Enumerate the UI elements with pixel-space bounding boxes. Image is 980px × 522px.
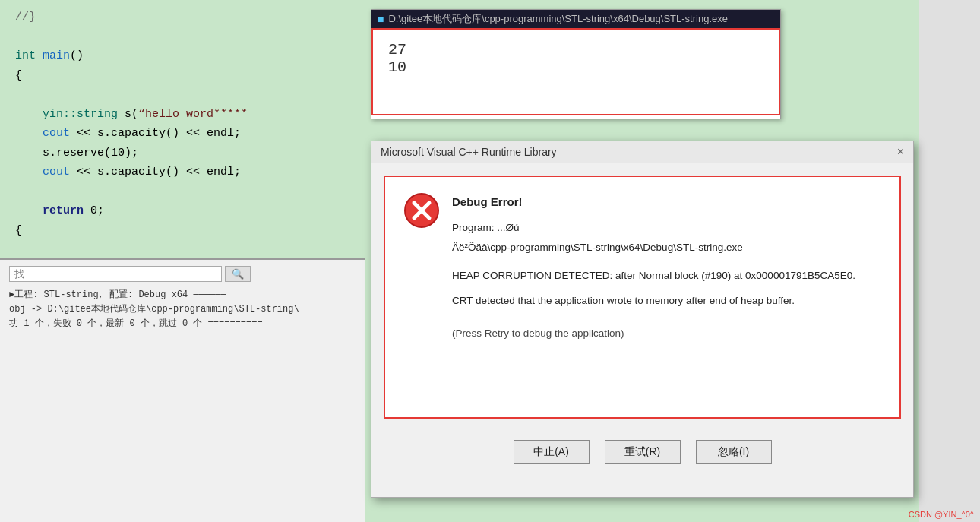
abort-button[interactable]: 中止(A) bbox=[514, 440, 590, 464]
console-output-2: 10 bbox=[388, 59, 763, 76]
dialog-body: Debug Error! Program: ...Øú Äë²Õäà\cpp-p… bbox=[384, 176, 901, 419]
code-line bbox=[15, 85, 349, 105]
error-title: Debug Error! bbox=[452, 192, 855, 212]
code-line: yin::string s(“hello word***** bbox=[15, 105, 349, 125]
search-bar: 🔍 bbox=[9, 266, 356, 282]
code-line bbox=[15, 182, 349, 202]
dialog-buttons: 中止(A) 重试(R) 忽略(I) bbox=[371, 431, 913, 479]
code-line: cout << s.capacity() << endl; bbox=[15, 163, 349, 182]
code-fn: cout bbox=[43, 166, 70, 179]
search-button[interactable]: 🔍 bbox=[225, 266, 251, 282]
output-line-2: obj -> D:\gitee本地代码仓库\cpp-programming\ST… bbox=[9, 302, 356, 317]
code-kw: return bbox=[43, 204, 84, 217]
error-program: Program: ...Øú bbox=[452, 220, 855, 237]
dialog-title: Microsoft Visual C++ Runtime Library bbox=[381, 146, 557, 158]
code-line: //} bbox=[15, 8, 349, 27]
code-line bbox=[15, 27, 349, 47]
code-line: s.reserve(10); bbox=[15, 144, 349, 163]
code-line: { bbox=[15, 66, 349, 86]
console-window: ■ D:\gitee本地代码仓库\cpp-programming\STL-str… bbox=[371, 9, 781, 119]
error-detail: CRT detected that the application wrote … bbox=[452, 293, 855, 310]
code-line: return 0; bbox=[15, 201, 349, 221]
error-content: Debug Error! Program: ...Øú Äë²Õäà\cpp-p… bbox=[452, 192, 855, 343]
dialog-close-button[interactable]: × bbox=[897, 146, 904, 158]
code-keyword: int bbox=[15, 49, 36, 62]
retry-button[interactable]: 重试(R) bbox=[605, 440, 681, 464]
error-main: HEAP CORRUPTION DETECTED: after Normal b… bbox=[452, 267, 855, 285]
console-title: D:\gitee本地代码仓库\cpp-programming\STL-strin… bbox=[388, 12, 728, 26]
code-type: string bbox=[77, 108, 118, 121]
ignore-button[interactable]: 忽略(I) bbox=[696, 440, 772, 464]
bottom-panel: 🔍 ►工程: STL-string, 配置: Debug x64 —————— … bbox=[0, 258, 365, 522]
search-input[interactable] bbox=[9, 266, 222, 282]
dialog-titlebar: Microsoft Visual C++ Runtime Library × bbox=[371, 141, 913, 163]
code-line: cout << s.capacity() << endl; bbox=[15, 124, 349, 144]
watermark: CSDN @YIN_^0^ bbox=[909, 510, 974, 519]
error-press: (Press Retry to debug the application) bbox=[452, 325, 855, 343]
output-text: ►工程: STL-string, 配置: Debug x64 —————— ob… bbox=[9, 288, 356, 332]
right-background bbox=[919, 0, 980, 522]
code-ns: yin:: bbox=[43, 108, 77, 121]
code-string: “hello word***** bbox=[138, 108, 248, 121]
error-path: Äë²Õäà\cpp-programming\STL-string\x64\De… bbox=[452, 239, 855, 257]
code-function: main bbox=[43, 49, 70, 62]
console-icon: ■ bbox=[378, 13, 384, 25]
output-line-1: ►工程: STL-string, 配置: Debug x64 —————— bbox=[9, 288, 356, 302]
code-line: int main() bbox=[15, 46, 349, 66]
output-line-3: 功 1 个，失败 0 个，最新 0 个，跳过 0 个 ========== bbox=[9, 317, 356, 331]
code-editor: //} int main() { yin::string s(“hello wo… bbox=[0, 0, 365, 258]
console-titlebar: ■ D:\gitee本地代码仓库\cpp-programming\STL-str… bbox=[371, 10, 780, 28]
code-line: { bbox=[15, 221, 349, 241]
console-output-1: 27 bbox=[388, 41, 763, 59]
code-fn: cout bbox=[43, 127, 70, 140]
program-label: Program: ...Øú bbox=[452, 222, 520, 233]
error-icon bbox=[403, 192, 440, 229]
console-content: 27 10 bbox=[371, 28, 780, 115]
runtime-dialog: Microsoft Visual C++ Runtime Library × D… bbox=[371, 141, 914, 498]
